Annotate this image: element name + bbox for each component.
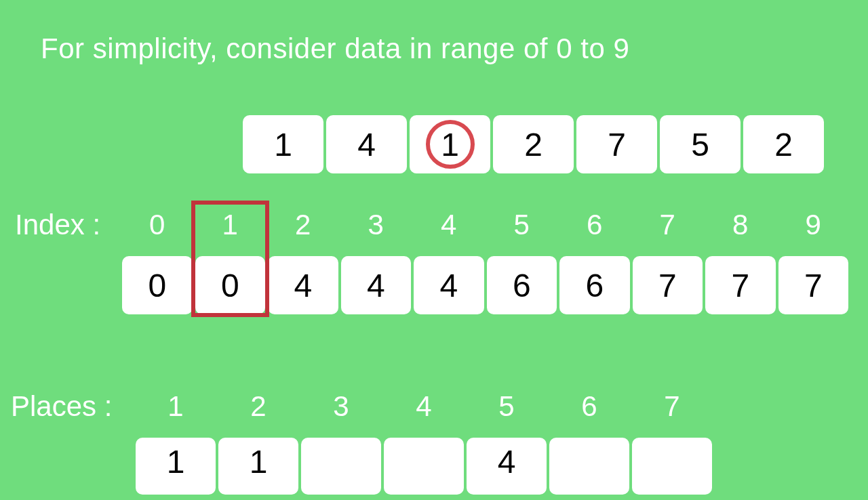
input-cell: 2 bbox=[493, 115, 574, 173]
index-number: 3 bbox=[341, 209, 412, 241]
count-cell: 0 bbox=[122, 256, 193, 314]
places-cell: 1 bbox=[218, 438, 298, 495]
input-value: 5 bbox=[691, 126, 709, 163]
places-cell: 1 bbox=[136, 438, 216, 495]
index-number: 9 bbox=[778, 209, 849, 241]
places-label: Places : bbox=[11, 390, 112, 423]
count-cell: 7 bbox=[633, 256, 703, 314]
input-value: 7 bbox=[608, 126, 626, 163]
count-cell: 7 bbox=[778, 256, 849, 314]
places-index-number: 3 bbox=[301, 390, 381, 423]
input-cell: 2 bbox=[743, 115, 824, 173]
places-index-number: 4 bbox=[384, 390, 464, 423]
index-number: 0 bbox=[122, 209, 193, 241]
input-value: 1 bbox=[274, 126, 292, 163]
count-cell: 4 bbox=[268, 256, 338, 314]
index-number: 8 bbox=[705, 209, 776, 241]
places-index-number: 2 bbox=[218, 390, 298, 423]
places-index-row: 1234567 bbox=[136, 390, 712, 423]
places-index-number: 6 bbox=[549, 390, 629, 423]
places-cell bbox=[384, 438, 464, 495]
index-labels-row: 0123456789 bbox=[122, 209, 848, 241]
places-index-number: 7 bbox=[632, 390, 712, 423]
places-cell bbox=[301, 438, 381, 495]
count-cell: 6 bbox=[559, 256, 630, 314]
places-cell bbox=[632, 438, 712, 495]
places-cell bbox=[549, 438, 629, 495]
input-cell: 1 bbox=[243, 115, 323, 173]
input-value: 2 bbox=[524, 126, 542, 163]
count-cell: 6 bbox=[487, 256, 557, 314]
places-array-row: 114 bbox=[136, 438, 712, 495]
places-cell: 4 bbox=[467, 438, 547, 495]
count-cell: 0 bbox=[195, 256, 266, 314]
input-value: 1 bbox=[426, 120, 475, 169]
places-index-number: 1 bbox=[136, 390, 216, 423]
index-label: Index : bbox=[15, 209, 100, 241]
count-cell: 4 bbox=[414, 256, 484, 314]
diagram-page: For simplicity, consider data in range o… bbox=[0, 0, 868, 500]
index-number: 2 bbox=[268, 209, 338, 241]
input-value: 4 bbox=[357, 126, 376, 163]
index-number: 5 bbox=[487, 209, 557, 241]
count-cell: 4 bbox=[341, 256, 412, 314]
input-cell: 1 bbox=[410, 115, 490, 173]
index-number: 4 bbox=[414, 209, 484, 241]
input-cell: 5 bbox=[660, 115, 741, 173]
index-number: 6 bbox=[559, 209, 630, 241]
input-cell: 7 bbox=[576, 115, 657, 173]
input-value: 2 bbox=[774, 126, 793, 163]
count-cell: 7 bbox=[705, 256, 776, 314]
page-title: For simplicity, consider data in range o… bbox=[41, 33, 629, 65]
input-array-row: 1412752 bbox=[243, 115, 824, 173]
input-cell: 4 bbox=[326, 115, 407, 173]
places-index-number: 5 bbox=[467, 390, 547, 423]
index-number: 7 bbox=[633, 209, 703, 241]
index-number: 1 bbox=[195, 209, 266, 241]
count-array-row: 0044466777 bbox=[122, 256, 848, 314]
